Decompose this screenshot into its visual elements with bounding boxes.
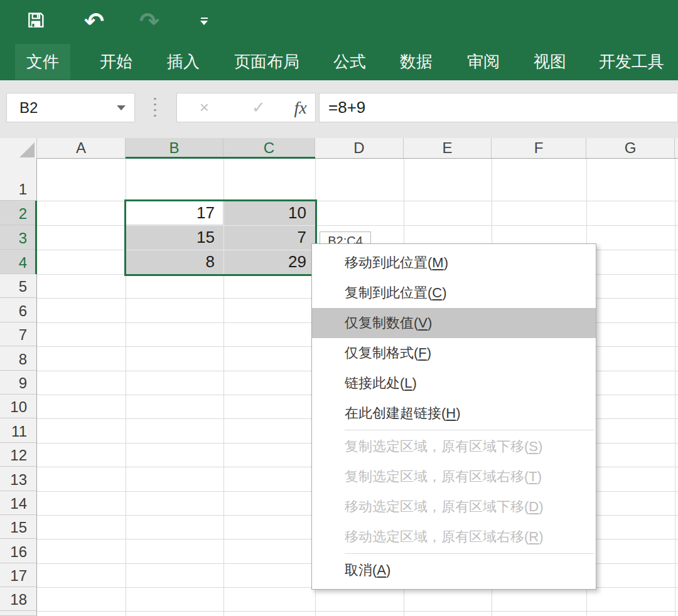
column-header-D[interactable]: D: [315, 138, 404, 158]
selected-columns-underline: [126, 157, 315, 159]
context-menu-item-create-hyperlink-here[interactable]: 在此创建超链接(H): [312, 398, 596, 428]
context-menu-item-copy-values-only[interactable]: 仅复制数值(V): [312, 308, 596, 338]
cancel-icon[interactable]: ×: [185, 98, 223, 117]
tab-insert[interactable]: 插入: [156, 44, 211, 80]
context-menu-item-shift-right-copy: 复制选定区域，原有区域右移(T): [312, 462, 596, 492]
tab-view[interactable]: 视图: [522, 44, 578, 80]
redo-button[interactable]: ↷: [137, 9, 162, 34]
row-header-1[interactable]: 1: [0, 159, 37, 201]
formula-input[interactable]: =8+9: [319, 93, 678, 122]
selected-rows-bar: [35, 201, 37, 274]
row-header-6[interactable]: 6: [0, 298, 37, 322]
column-header-A[interactable]: A: [37, 138, 126, 158]
row-header-18[interactable]: 18: [0, 587, 37, 611]
name-box[interactable]: B2: [6, 93, 135, 122]
column-header-C[interactable]: C: [223, 138, 315, 158]
redo-icon: ↷: [139, 9, 159, 33]
column-header-E[interactable]: E: [404, 138, 492, 158]
formula-bar-grip[interactable]: [153, 96, 157, 119]
row-header-partial: [0, 611, 37, 616]
tab-review[interactable]: 审阅: [456, 44, 511, 80]
row-header-10[interactable]: 10: [0, 395, 37, 418]
row-header-9[interactable]: 9: [0, 371, 37, 395]
context-menu-item-copy-here[interactable]: 复制到此位置(C): [312, 278, 596, 308]
context-menu-item-shift-right-move: 移动选定区域，原有区域右移(R): [312, 522, 596, 552]
context-menu-item-shift-down-move: 移动选定区域，原有区域下移(D): [312, 492, 596, 522]
row-header-4[interactable]: 4: [0, 250, 37, 274]
column-header-G[interactable]: G: [586, 138, 675, 158]
enter-icon[interactable]: ✓: [240, 98, 277, 117]
name-box-value: B2: [19, 99, 38, 117]
context-menu-item-copy-formats-only[interactable]: 仅复制格式(F): [312, 338, 596, 368]
row-header-14[interactable]: 14: [0, 491, 37, 515]
name-box-dropdown-icon[interactable]: [117, 105, 126, 110]
tab-developer[interactable]: 开发工具: [588, 44, 675, 80]
context-menu: 移动到此位置(M)复制到此位置(C)仅复制数值(V)仅复制格式(F)链接此处(L…: [311, 243, 596, 590]
row-header-8[interactable]: 8: [0, 346, 37, 371]
context-menu-item-move-here[interactable]: 移动到此位置(M): [312, 248, 596, 278]
context-menu-item-link-here[interactable]: 链接此处(L): [312, 368, 596, 398]
column-header-B[interactable]: B: [126, 138, 223, 158]
formula-strip: B2 × ✓ fx =8+9: [0, 80, 678, 139]
customize-quick-access-button[interactable]: [191, 9, 217, 34]
tab-home[interactable]: 开始: [89, 44, 144, 80]
column-header-F[interactable]: F: [492, 138, 586, 158]
undo-button[interactable]: ↶: [82, 9, 107, 34]
select-all-corner[interactable]: [0, 138, 37, 159]
select-all-triangle-icon: [19, 142, 35, 157]
formula-buttons: × ✓ fx: [176, 93, 316, 122]
row-header-5[interactable]: 5: [0, 274, 37, 298]
ribbon-tab-bar: 文件开始插入页面布局公式数据审阅视图开发工具: [0, 44, 678, 81]
row-header-11[interactable]: 11: [0, 418, 37, 443]
row-header-2[interactable]: 2: [0, 201, 37, 225]
row-header-3[interactable]: 3: [0, 225, 37, 250]
tab-page-layout[interactable]: 页面布局: [223, 44, 311, 80]
save-icon: [26, 10, 46, 33]
context-menu-item-shift-down-copy: 复制选定区域，原有区域下移(S): [312, 432, 596, 462]
selection-border: [124, 199, 317, 276]
context-menu-separator: [345, 553, 594, 554]
undo-icon: ↶: [84, 9, 104, 33]
context-menu-separator: [345, 430, 594, 430]
tab-file[interactable]: 文件: [15, 44, 70, 80]
tab-data[interactable]: 数据: [389, 44, 444, 80]
formula-text: =8+9: [328, 98, 365, 117]
row-header-17[interactable]: 17: [0, 563, 37, 587]
row-header-13[interactable]: 13: [0, 467, 37, 491]
row-header-16[interactable]: 16: [0, 539, 37, 563]
context-menu-item-cancel[interactable]: 取消(A): [312, 555, 596, 585]
tab-formulas[interactable]: 公式: [322, 44, 377, 80]
chevron-down-icon: [200, 18, 208, 25]
save-button[interactable]: [23, 9, 48, 34]
row-header-12[interactable]: 12: [0, 443, 37, 467]
row-header-15[interactable]: 15: [0, 515, 37, 539]
insert-function-button[interactable]: fx: [294, 98, 306, 118]
title-bar: ↶ ↷: [0, 0, 678, 44]
row-header-7[interactable]: 7: [0, 322, 37, 346]
